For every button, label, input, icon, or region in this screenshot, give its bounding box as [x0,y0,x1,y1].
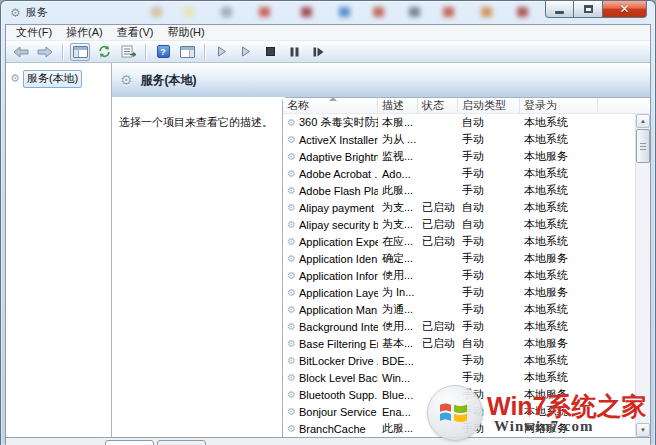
menu-help[interactable]: 帮助(H) [160,24,211,41]
titlebar[interactable]: ⚙ 服务 ✕ [1,1,655,24]
service-gear-icon: ⚙ [287,203,296,213]
table-row[interactable]: ⚙BranchCache此服...手动网络服务 [283,420,635,437]
help-button[interactable]: ? [153,43,173,61]
table-row[interactable]: ⚙Background Inte...使用...已启动手动本地系统 [283,318,635,335]
service-logon-as: 本地服务 [520,251,598,266]
table-row[interactable]: ⚙Application Iden...确定...手动本地服务 [283,250,635,267]
table-row[interactable]: ⚙360 杀毒实时防护...本服...自动本地系统 [283,114,635,131]
table-row[interactable]: ⚙Alipay payment ...为支...已启动自动本地系统 [283,199,635,216]
toolbar-separator [145,44,146,60]
table-row[interactable]: ⚙Alipay security b...为支...已启动自动本地系统 [283,216,635,233]
refresh-button[interactable] [94,43,114,61]
close-button[interactable]: ✕ [602,1,647,18]
service-name-cell: ⚙Alipay payment ... [283,202,378,214]
service-name: Background Inte... [299,321,378,333]
pause-service-button[interactable] [284,43,304,61]
service-name-cell: ⚙Base Filtering En... [283,338,378,350]
column-header-description[interactable]: 描述 [378,98,418,113]
restart-icon [313,47,324,57]
toolbar: ? [6,41,650,63]
service-logon-as: 本地系统 [520,115,598,130]
service-description: Ado... [378,168,418,180]
service-name: Adobe Acrobat ... [299,168,378,180]
service-name: BranchCache [299,423,366,435]
scroll-down-button[interactable]: ▼ [636,423,650,437]
menu-file[interactable]: 文件(F) [9,24,59,41]
table-row[interactable]: ⚙Adobe Flash Pla...此服...手动本地系统 [283,182,635,199]
table-row[interactable]: ⚙Bonjour ServiceEna...手动本地系统 [283,403,635,420]
service-name-cell: ⚙Application Expe... [283,236,378,248]
maximize-button[interactable] [574,1,602,18]
table-row[interactable]: ⚙Application Laye...为 In...手动本地服务 [283,284,635,301]
restart-service-button[interactable] [308,43,328,61]
scroll-up-button[interactable]: ▲ [636,114,650,128]
service-gear-icon: ⚙ [287,424,296,434]
service-description: 本服... [378,115,418,130]
forward-button[interactable] [35,43,55,61]
refresh-icon [98,45,111,58]
scroll-down-icon: ▼ [640,427,646,433]
table-row[interactable]: ⚙BitLocker Drive ...BDE...手动本地系统 [283,352,635,369]
menu-view[interactable]: 查看(V) [110,24,161,41]
vertical-scrollbar[interactable]: ▲ ▼ [635,114,650,437]
service-description: 确定... [378,251,418,266]
column-header-status[interactable]: 状态 [418,98,458,113]
service-status: 已启动 [418,200,458,215]
table-row[interactable]: ⚙Adaptive Brightn...监视...手动本地服务 [283,148,635,165]
tree-item-services-local[interactable]: ⚙ 服务(本地) [10,70,82,88]
service-gear-icon: ⚙ [287,288,296,298]
service-gear-icon: ⚙ [287,152,296,162]
service-startup-type: 自动 [458,200,520,215]
scrollbar-track[interactable] [636,163,650,423]
show-action-pane-button[interactable] [177,43,197,61]
service-name-cell: ⚙BranchCache [283,423,378,435]
column-header-startup-type[interactable]: 启动类型 [458,98,520,113]
bottom-tab[interactable] [157,440,206,445]
service-startup-type: 手动 [458,421,520,436]
export-list-button[interactable] [118,43,138,61]
show-console-tree-button[interactable] [70,43,90,61]
resume-service-button[interactable] [236,43,256,61]
table-row[interactable]: ⚙Application Man...为通...手动本地系统 [283,301,635,318]
service-description: 基本... [378,336,418,351]
service-description: Ena... [378,406,418,418]
service-name: Application Expe... [299,236,378,248]
service-startup-type: 手动 [458,285,520,300]
start-icon [217,46,227,57]
bottom-tab[interactable] [105,440,154,445]
column-header-name[interactable]: 名称 [283,98,378,113]
table-row[interactable]: ⚙Bluetooth Supp...Blue...手动本地服务 [283,386,635,403]
menu-action[interactable]: 操作(A) [59,24,110,41]
service-logon-as: 网络服务 [520,421,598,436]
stop-icon [266,47,275,56]
service-logon-as: 本地系统 [520,370,598,385]
service-startup-type: 手动 [458,234,520,249]
table-row[interactable]: ⚙Application Infor...使用...手动本地系统 [283,267,635,284]
service-gear-icon: ⚙ [287,237,296,247]
service-name: ActiveX Installer ... [299,134,378,146]
bottom-tab-strip [6,437,650,445]
minimize-button[interactable] [545,1,574,18]
stop-service-button[interactable] [260,43,280,61]
service-name: Adaptive Brightn... [299,151,378,163]
table-row[interactable]: ⚙Adobe Acrobat ...Ado...手动本地系统 [283,165,635,182]
toolbar-separator [62,44,63,60]
table-row[interactable]: ⚙Block Level Back...Win...手动本地系统 [283,369,635,386]
service-name-cell: ⚙Application Laye... [283,287,378,299]
service-gear-icon: ⚙ [287,339,296,349]
table-row[interactable]: ⚙Application Expe...在应...已启动手动本地系统 [283,233,635,250]
start-service-button[interactable] [212,43,232,61]
back-button[interactable] [11,43,31,61]
help-icon: ? [157,45,170,58]
service-description: BDE... [378,355,418,367]
service-logon-as: 本地系统 [520,166,598,181]
scrollbar-thumb[interactable] [636,129,650,163]
pane-header-gear-icon: ⚙ [120,73,133,87]
console-body: ⚙ 服务(本地) ⚙ 服务(本地) 选择一个项目来查看它的描述。 名称 [6,63,650,437]
column-header-logon-as[interactable]: 登录为 [520,98,598,113]
service-logon-as: 本地服务 [520,387,598,402]
table-row[interactable]: ⚙ActiveX Installer ...为从 ...手动本地系统 [283,131,635,148]
service-startup-type: 手动 [458,319,520,334]
table-row[interactable]: ⚙Base Filtering En...基本...已启动自动本地服务 [283,335,635,352]
service-name-cell: ⚙Background Inte... [283,321,378,333]
